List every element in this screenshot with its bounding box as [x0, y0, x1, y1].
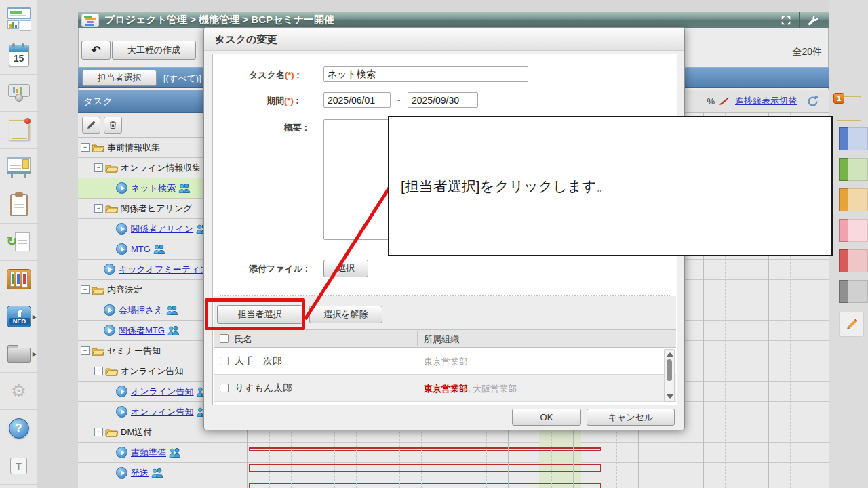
bulletin-board-icon[interactable]: [6, 157, 32, 178]
collapse-icon[interactable]: −: [81, 346, 90, 355]
document-refresh-tile: ↻: [0, 224, 37, 261]
folder-label: 事前情報収集: [107, 142, 160, 154]
pencil-icon: [844, 317, 859, 332]
edit-task-button[interactable]: [82, 117, 100, 134]
attachment-select-button[interactable]: 選択: [323, 260, 368, 277]
help-icon[interactable]: ?: [9, 418, 29, 439]
dialog-footer: OK キャンセル: [204, 404, 684, 430]
task-link[interactable]: 書類準備: [131, 447, 166, 459]
legend-swatch-blue[interactable]: [839, 127, 868, 150]
task-bullet-icon: [104, 325, 115, 336]
task-link[interactable]: 会場押さえ: [119, 304, 163, 317]
task-link[interactable]: 関係者アサイン: [131, 223, 193, 235]
settings-icon[interactable]: ⚙: [11, 381, 26, 402]
ok-button[interactable]: OK: [512, 409, 581, 426]
create-major-process-button[interactable]: 大工程の作成: [112, 41, 196, 60]
assignee-row[interactable]: 大手 次郎東京営業部: [214, 348, 676, 375]
assignee-org: 東京営業部: [424, 356, 468, 368]
dashboard-tile: [0, 0, 37, 37]
task-bullet-icon: [104, 264, 115, 275]
scroll-down-icon[interactable]: [667, 394, 673, 399]
task-link[interactable]: 関係者MTG: [119, 325, 165, 337]
clipboard-icon[interactable]: [10, 194, 28, 216]
assignee-scrollbar[interactable]: [664, 349, 675, 402]
refresh-icon[interactable]: [806, 95, 819, 108]
collapse-icon[interactable]: −: [94, 428, 103, 436]
progress-line-toggle-link[interactable]: 進捗線表示切替: [735, 95, 797, 107]
fullscreen-icon: [780, 14, 792, 26]
legend-swatch-gray[interactable]: [839, 280, 868, 303]
period-end-input[interactable]: [408, 92, 478, 108]
document-refresh-icon[interactable]: ↻: [7, 231, 31, 253]
assignee-name: 大手 次郎: [235, 355, 282, 367]
select-all-checkbox[interactable]: [220, 334, 229, 343]
task-link[interactable]: オンライン告知: [131, 406, 194, 418]
period-start-input[interactable]: [323, 92, 391, 108]
settings-wrench-button[interactable]: [799, 12, 826, 28]
assignee-name: りすもん太郎: [235, 382, 292, 394]
notification-badge: 1: [833, 93, 844, 104]
task-bullet-icon: [116, 223, 127, 235]
progress-line-segment: [249, 483, 601, 488]
people-icon: [151, 468, 163, 478]
row-checkbox[interactable]: [220, 384, 229, 392]
tree-task-row[interactable]: 発送: [78, 463, 248, 483]
legend-swatch-orange[interactable]: [839, 188, 868, 211]
projector-icon[interactable]: [7, 83, 31, 103]
close-icon[interactable]: ×: [215, 33, 675, 45]
legend-swatch-red[interactable]: [839, 249, 868, 272]
assignee-table-header: 氏名 所属組織: [214, 329, 676, 348]
neo-icon[interactable]: NEO: [7, 306, 31, 327]
back-button[interactable]: ↶: [81, 41, 111, 60]
folder-icon: [92, 346, 104, 356]
scrollbar-thumb[interactable]: [667, 359, 672, 381]
help-tile: ?: [0, 410, 37, 447]
collapse-icon[interactable]: −: [94, 204, 103, 213]
task-link[interactable]: MTG: [131, 244, 151, 254]
assignee-row[interactable]: りすもん太郎東京営業部, 大阪営業部: [214, 375, 676, 402]
legend-pencil-button[interactable]: [839, 312, 864, 337]
scroll-up-icon[interactable]: [667, 352, 673, 357]
assignee-clear-button[interactable]: 選択を解除: [309, 306, 382, 323]
dashboard-icon[interactable]: [6, 7, 32, 30]
collapse-icon[interactable]: −: [94, 163, 103, 172]
trash-icon: [108, 120, 118, 130]
row-checkbox[interactable]: [220, 357, 229, 365]
task-name-input[interactable]: [323, 66, 528, 82]
period-tilde: ~: [395, 95, 401, 105]
text-tool-icon[interactable]: T: [10, 458, 27, 474]
notification-note-icon[interactable]: 1: [837, 96, 861, 121]
binders-icon[interactable]: [7, 269, 31, 289]
dialog-titlebar: タスクの変更 ×: [204, 28, 684, 51]
collapse-icon[interactable]: −: [81, 143, 90, 152]
task-link[interactable]: オンライン告知: [131, 386, 194, 398]
task-bullet-icon: [104, 304, 115, 316]
window-titlebar: プロジェクト管理 > 機能管理 > BCPセミナー開催: [78, 12, 829, 28]
tree-task-row[interactable]: 書類準備: [78, 443, 248, 463]
collapse-icon[interactable]: −: [81, 285, 90, 294]
sticky-note-icon[interactable]: [9, 120, 29, 140]
expand-arrow-icon: ▶: [33, 351, 37, 357]
summary-label: 概要 :: [284, 122, 307, 134]
task-link[interactable]: 発送: [131, 467, 149, 479]
cancel-button[interactable]: キャンセル: [587, 409, 675, 426]
people-icon: [166, 306, 178, 315]
page: 15↻NEO▶▶⚙?T プロジェクト管理 > 機能管理 > BCPセミナー開催 …: [0, 0, 868, 488]
assignee-select-button[interactable]: 担当者選択: [217, 305, 302, 324]
folder-side-icon[interactable]: [7, 345, 31, 363]
task-bullet-icon: [116, 467, 127, 479]
neo-tile: NEO▶: [0, 298, 37, 336]
task-link[interactable]: ネット検索: [131, 182, 176, 195]
period-label: 期間(*) :: [267, 95, 299, 107]
people-icon: [178, 184, 191, 193]
legend-swatch-green[interactable]: [839, 158, 868, 181]
people-icon: [169, 448, 181, 458]
folder-label: 内容決定: [107, 284, 142, 296]
collapse-icon[interactable]: −: [94, 367, 103, 375]
assignee-filter-button[interactable]: 担当者選択: [82, 70, 157, 86]
task-bullet-icon: [116, 243, 127, 255]
legend-swatch-pink[interactable]: [839, 219, 868, 242]
delete-task-button[interactable]: [104, 117, 122, 134]
calendar-icon[interactable]: 15: [9, 45, 29, 66]
fullscreen-button[interactable]: [772, 12, 799, 28]
